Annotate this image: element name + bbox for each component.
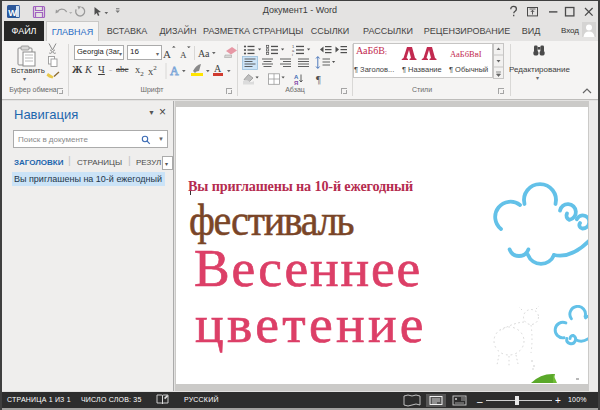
svg-text:А: А xyxy=(214,63,222,74)
svg-text:¶: ¶ xyxy=(316,74,321,85)
svg-text:Я: Я xyxy=(294,80,298,86)
svg-text:А: А xyxy=(180,50,187,60)
svg-text:Аа: Аа xyxy=(198,48,210,59)
svg-text:i: i xyxy=(292,52,293,57)
svg-text:А: А xyxy=(163,48,171,60)
svg-text:А: А xyxy=(170,64,179,78)
